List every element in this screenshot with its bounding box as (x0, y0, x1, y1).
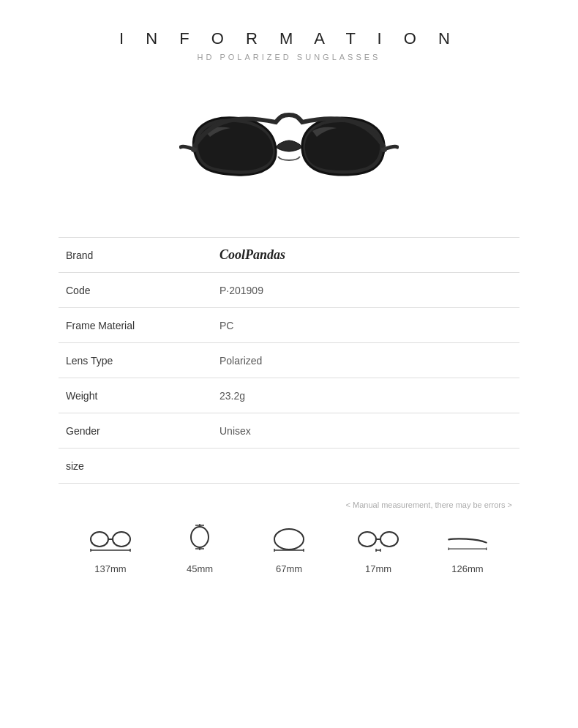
page-wrapper: I N F O R M A T I O N HD POLARIZED SUNGL… (0, 0, 578, 728)
info-table: BrandCoolPandasCodeP·201909Frame Materia… (59, 237, 519, 484)
spec-value: PC (205, 320, 519, 331)
spec-value: P·201909 (205, 285, 519, 296)
spec-value: 23.2g (205, 390, 519, 402)
table-row: CodeP·201909 (59, 273, 519, 308)
svg-point-3 (113, 532, 130, 547)
size-value: 126mm (451, 563, 483, 574)
svg-point-13 (274, 529, 304, 549)
size-note: < Manual measurement, there may be error… (59, 495, 519, 515)
size-diagrams: 137mm 45mm 67mm 17mm 126mm (59, 522, 519, 574)
size-value: 45mm (187, 563, 213, 574)
size-item: 45mm (178, 522, 222, 574)
spec-label: size (59, 460, 205, 472)
size-value: 67mm (276, 563, 302, 574)
spec-value: Polarized (205, 355, 519, 367)
size-item: 17mm (356, 522, 400, 574)
table-row: GenderUnisex (59, 413, 519, 449)
size-diagram-icon (267, 522, 311, 559)
page-title: I N F O R M A T I O N (119, 29, 459, 48)
table-row: Weight23.2g (59, 378, 519, 413)
header: I N F O R M A T I O N HD POLARIZED SUNGL… (119, 29, 459, 61)
spec-value: CoolPandas (205, 247, 519, 263)
spec-value: Unisex (205, 425, 519, 437)
spec-label: Gender (59, 425, 205, 437)
table-row: Frame MaterialPC (59, 308, 519, 343)
table-row: size (59, 449, 519, 484)
svg-point-17 (359, 532, 376, 547)
spec-label: Code (59, 285, 205, 296)
page-subtitle: HD POLARIZED SUNGLASSES (119, 53, 459, 61)
size-item: 126mm (446, 522, 489, 574)
table-row: BrandCoolPandas (59, 238, 519, 273)
svg-point-8 (191, 527, 209, 547)
table-row: Lens TypePolarized (59, 343, 519, 378)
svg-point-2 (91, 532, 108, 547)
glasses-image (172, 83, 406, 215)
size-value: 17mm (365, 563, 391, 574)
size-item: 137mm (89, 522, 132, 574)
size-diagram-icon (356, 522, 400, 559)
size-diagram-icon (178, 522, 222, 559)
size-item: 67mm (267, 522, 311, 574)
size-diagram-icon (89, 522, 132, 559)
spec-label: Lens Type (59, 355, 205, 367)
size-value: 137mm (94, 563, 126, 574)
spec-label: Brand (59, 249, 205, 261)
spec-label: Frame Material (59, 320, 205, 331)
svg-point-18 (380, 532, 398, 547)
size-diagram-icon (446, 522, 489, 559)
spec-label: Weight (59, 390, 205, 402)
